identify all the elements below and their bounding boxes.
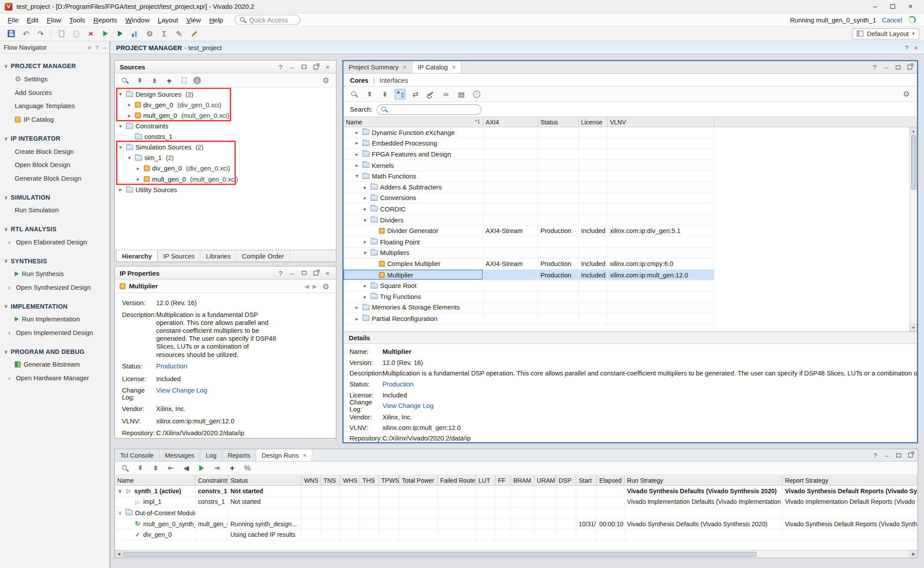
edit-button[interactable]: ✎ — [172, 28, 185, 40]
chevron-right-icon[interactable]: ▸ — [354, 129, 360, 135]
chevron-right-icon[interactable]: ▸ — [354, 316, 360, 321]
settings-button[interactable]: ⚙ — [143, 28, 156, 40]
scroll-right-icon[interactable]: ▶ — [910, 550, 917, 557]
flownav-section-program-and-debug[interactable]: ∨PROGRAM AND DEBUG — [0, 346, 110, 357]
flownav-item-run-implementation[interactable]: Run Implementation — [0, 312, 110, 326]
column-header-tns[interactable]: TNS — [321, 475, 341, 485]
expand-all-icon[interactable]: ⇟ — [380, 89, 390, 99]
chevron-right-icon[interactable]: ▸ — [126, 102, 133, 108]
chevron-right-icon[interactable]: ▸ — [362, 239, 368, 244]
column-header-elapsed[interactable]: Elapsed — [597, 475, 625, 485]
horizontal-scrollbar[interactable]: ◀ ▶ — [115, 550, 917, 557]
menu-edit[interactable]: Edit — [23, 16, 43, 23]
help-icon[interactable]: ? — [95, 44, 99, 51]
column-header-failed-routes[interactable]: Failed Routes — [438, 475, 476, 485]
run-step-button[interactable] — [114, 28, 126, 40]
flownav-section-project-manager[interactable]: ∨PROJECT MANAGER — [0, 60, 110, 72]
package-icon[interactable]: ▤ — [456, 89, 467, 99]
group-by-hierarchy-icon[interactable] — [395, 89, 405, 99]
flownav-section-rtl-analysis[interactable]: ∨RTL ANALYSIS — [0, 223, 110, 235]
source-tree-item[interactable]: ▸Utility Sources — [115, 184, 336, 195]
minimize-icon[interactable]: – — [289, 63, 296, 71]
column-header-license[interactable]: License — [579, 117, 608, 127]
collapse-all-icon[interactable]: ⇞ — [134, 75, 145, 86]
flownav-item-open-synthesized-design[interactable]: ›Open Synthesized Design — [0, 280, 110, 294]
column-header-run-strategy[interactable]: Run Strategy — [625, 475, 783, 485]
catalog-row[interactable]: ▸Dynamic Function eXchange — [344, 127, 714, 138]
sources-tab-ip-sources[interactable]: IP Sources — [158, 250, 201, 261]
column-header-bram[interactable]: BRAM — [511, 475, 535, 485]
flownav-item-run-synthesis[interactable]: Run Synthesis — [0, 267, 110, 280]
chevron-right-icon[interactable]: › — [8, 329, 13, 336]
source-tree-item[interactable]: ▸mult_gen_0 (mult_gen_0.xci) — [115, 174, 336, 184]
run-row[interactable]: ∨Out-of-Context Module Runs — [115, 508, 917, 519]
search-icon[interactable] — [120, 75, 130, 86]
run-row[interactable]: ∨▷synth_1 (active)constrs_1Not startedVi… — [115, 486, 917, 497]
tab-tcl-console[interactable]: Tcl Console — [115, 449, 160, 461]
close-icon[interactable]: × — [452, 64, 456, 71]
source-tree-item[interactable]: ▸div_gen_0 (div_gen_0.xci) — [115, 99, 336, 110]
field-link[interactable]: Production — [156, 363, 278, 371]
column-header-wns[interactable]: WNS — [302, 475, 321, 485]
run-row[interactable]: ▷impl_1constrs_1Not startedVivado Implem… — [115, 497, 917, 508]
column-header-constraints[interactable]: Constraints — [196, 475, 228, 485]
column-header-status[interactable]: Status — [538, 117, 579, 127]
chevron-right-icon[interactable]: › — [8, 374, 13, 381]
chevron-right-icon[interactable]: ▸ — [362, 294, 368, 299]
expand-all-icon[interactable]: ⇟ — [150, 463, 161, 473]
maximize-icon[interactable] — [312, 63, 319, 71]
tab-messages[interactable]: Messages — [160, 449, 201, 461]
collapse-all-icon[interactable]: ⇞ — [135, 463, 146, 473]
flownav-item-create-block-design[interactable]: Create Block Design — [0, 144, 110, 158]
scrollbar-thumb[interactable] — [911, 135, 916, 189]
catalog-row[interactable]: ▸Kernels — [344, 160, 714, 171]
catalog-row[interactable]: ▸CORDIC — [344, 204, 714, 215]
column-header-name[interactable]: Name — [115, 475, 195, 485]
tab-log[interactable]: Log — [200, 449, 222, 461]
chevron-right-icon[interactable]: ▸ — [354, 305, 360, 310]
search-icon[interactable] — [120, 463, 130, 473]
chevron-down-icon[interactable]: ▾ — [117, 144, 124, 150]
float-icon[interactable] — [895, 451, 902, 459]
tab-project-summary[interactable]: Project Summary× — [344, 61, 412, 73]
close-button[interactable]: × — [902, 0, 919, 12]
minimize-button[interactable]: – — [866, 0, 884, 12]
delete-button[interactable]: × — [84, 28, 97, 40]
chevron-right-icon[interactable]: ▸ — [362, 206, 368, 212]
catalog-row[interactable]: ▸FPGA Features and Design — [344, 149, 714, 160]
catalog-row[interactable]: MultiplierProductionIncludedxilinx.com:i… — [344, 269, 714, 280]
tab-design-runs[interactable]: Design Runs× — [256, 449, 312, 461]
scrollbar-thumb[interactable] — [123, 551, 757, 557]
sum-button[interactable]: Σ — [158, 28, 171, 40]
catalog-row[interactable]: ▸Adders & Subtracters — [344, 182, 714, 193]
expand-all-icon[interactable]: ⇟ — [149, 75, 160, 86]
next-object-icon[interactable]: ▶ — [312, 283, 317, 290]
flownav-item-generate-bitstream[interactable]: Generate Bitstream — [0, 357, 110, 371]
source-tree-item[interactable]: ▾Constraints — [115, 121, 336, 131]
link-icon[interactable]: ∞ — [441, 89, 451, 99]
column-header-total-power[interactable]: Total Power — [400, 475, 438, 485]
run-row[interactable]: ↻mult_gen_0_synth_1mult_gen_0Running syn… — [115, 519, 917, 530]
vertical-scrollbar[interactable]: ▴ ▾ — [909, 127, 917, 331]
menu-file[interactable]: File — [4, 16, 23, 23]
maximize-icon[interactable] — [907, 451, 914, 459]
field-link[interactable]: View Change Log — [382, 402, 917, 409]
float-icon[interactable] — [301, 63, 308, 71]
flownav-section-ip-integrator[interactable]: ∨IP INTEGRATOR — [0, 132, 110, 144]
quick-access-search[interactable]: Quick Access — [235, 15, 301, 25]
float-icon[interactable] — [895, 63, 902, 71]
catalog-row[interactable]: ▸Floating Point — [344, 237, 714, 248]
search-input[interactable] — [377, 104, 481, 114]
chevron-right-icon[interactable]: ▸ — [354, 151, 360, 157]
flownav-item-open-block-design[interactable]: Open Block Design — [0, 158, 110, 171]
help-icon[interactable]: ? — [872, 451, 879, 459]
minimize-icon[interactable]: – — [289, 269, 296, 277]
chevron-right-icon[interactable]: ▸ — [135, 176, 142, 182]
flownav-section-implementation[interactable]: ∨IMPLEMENTATION — [0, 300, 110, 312]
catalog-row[interactable]: Complex MultiplierAXI4-StreamProductionI… — [344, 259, 714, 269]
flownav-item-run-simulation[interactable]: Run Simulation — [0, 203, 110, 217]
close-icon[interactable]: × — [324, 63, 331, 71]
chevron-down-icon[interactable]: ▾ — [362, 217, 368, 223]
chevron-down-icon[interactable]: ▾ — [354, 173, 360, 179]
restart-run-icon[interactable]: ⇤ — [165, 463, 176, 473]
